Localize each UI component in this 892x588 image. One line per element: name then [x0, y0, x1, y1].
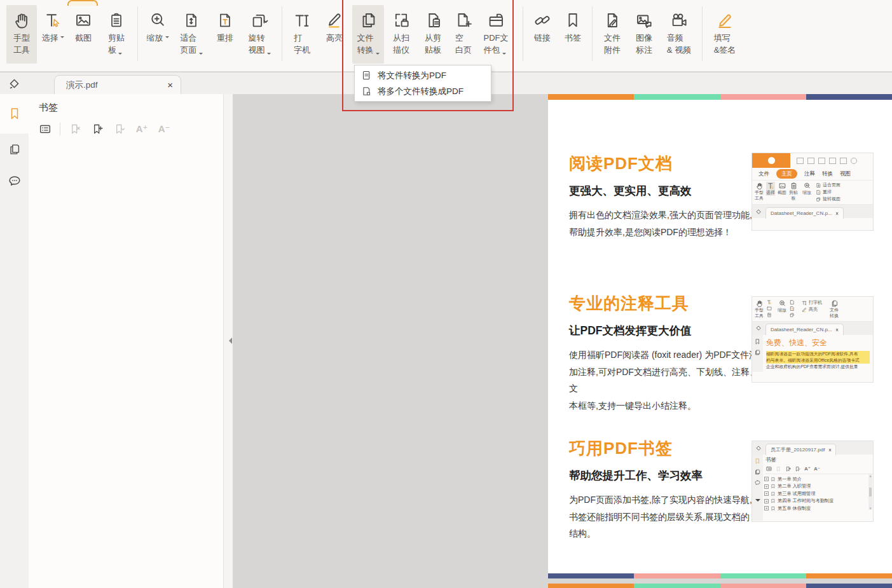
mini-scrollbar: ∧∨ [868, 474, 872, 510]
annotate-pencil-icon[interactable] [6, 76, 22, 91]
link-icon [533, 9, 552, 32]
blank-page-button[interactable]: 空 白页 [450, 5, 477, 64]
menu-item-convert-file[interactable]: 将文件转换为PDF [355, 67, 491, 83]
strip-comments-tab[interactable] [0, 165, 29, 197]
page-bottom-stripe [548, 573, 892, 578]
tool-label: 高亮 [326, 33, 343, 43]
mini-bookmark-item: +第三章 试用期管理 [764, 490, 873, 498]
link-button[interactable]: 链接 [528, 5, 556, 64]
mini-screenshot-bookmarks: 员工手册_20120917.pdfx 书签 A⁺ [751, 441, 874, 522]
mini-tab-row: Datasheet_Reader_CN.p...x [752, 204, 873, 218]
tool-label: 链接 [534, 33, 551, 43]
increase-text-size-button[interactable]: A⁺ [134, 121, 149, 137]
fit-page-button[interactable]: 适合 页面 [175, 5, 208, 64]
mini-tool: 文件 转换 [830, 299, 839, 319]
from-scanner-button[interactable]: 从扫 描仪 [387, 5, 416, 64]
tool-label: PDF文 件包 [484, 33, 509, 55]
pdf-portfolio-button[interactable]: PDF文 件包 [479, 5, 512, 64]
multi-doc-icon [361, 86, 372, 97]
highlight-button[interactable]: 高亮 [319, 5, 350, 64]
section-pdf-bookmarks: 巧用PDF书签 帮助您提升工作、学习效率 为PDF页面添加书签,除了实现内容的快… [569, 437, 760, 542]
tab-close-icon[interactable]: × [167, 80, 173, 90]
image-annotation-icon [635, 9, 654, 32]
tool-label: 书签 [565, 33, 581, 43]
snapshot-button[interactable]: 截图 [69, 5, 98, 64]
blank-page-icon [454, 9, 473, 32]
mini-content: 书签 A⁺ A⁻ +第一章 简介 +第二章 入职管理 +第三章 试用期管理 +第… [752, 455, 873, 521]
tool-label: 文件 转换 [357, 33, 374, 55]
mini-bookmark-item: +第五章 休假制度 [764, 505, 873, 512]
mini-highlighted-line: 福昕阅读器是一款功能强大的PDF阅读软件,具有 [766, 351, 870, 357]
section-read-pdf: 阅读PDF文档 更强大、更实用、更高效 拥有出色的文档渲染效果,强大的页面管理功… [569, 153, 760, 240]
clipboard-button[interactable]: 剪贴 板 [100, 5, 132, 64]
zoom-button[interactable]: 缩放 [143, 5, 172, 64]
dropdown-arrow [199, 53, 203, 57]
strip-bookmarks-tab[interactable] [0, 94, 29, 133]
section-heading: 阅读PDF文档 [569, 153, 760, 175]
document-view-area[interactable]: 阅读PDF文档 更强大、更实用、更高效 拥有出色的文档渲染效果,强大的页面管理功… [233, 94, 892, 588]
toolbar-separator [282, 6, 282, 61]
section-body: 使用福昕PDF阅读器 (foxit reader) 为PDF文件添 加注释,可对… [569, 346, 760, 414]
mini-tool: 截图 [778, 182, 786, 196]
typewriter-button[interactable]: 打 字机 [287, 5, 317, 64]
tool-label: 音频 & 视频 [667, 33, 691, 55]
rotate-view-button[interactable]: 旋转 视图 [242, 5, 277, 64]
snapshot-icon [74, 9, 93, 32]
add-bookmark-button[interactable] [90, 121, 105, 137]
bookmarks-panel-toolbar: A⁺ A⁻ [38, 121, 223, 137]
tool-label: 剪贴 板 [108, 33, 125, 55]
document-tab[interactable]: 演示.pdf × [54, 75, 181, 94]
panel-toolbar-separator [60, 123, 60, 135]
section-body: 为PDF页面添加书签,除了实现内容的快速导航, 书签还能指明不同书签的层级关系,… [569, 491, 760, 542]
pages-icon [8, 142, 22, 157]
file-attachment-button[interactable]: 文件 附件 [598, 5, 627, 64]
pdf-page-2-top [548, 584, 892, 588]
audio-video-button[interactable]: 音频 & 视频 [661, 5, 697, 64]
mini-tool: 手型 工具 [755, 299, 764, 319]
tool-label: 缩放 [147, 33, 163, 43]
panel-collapse-handle[interactable] [224, 94, 233, 588]
mini-content: 免费、快速、安全 福昕阅读器是一款功能强大的PDF阅读软件,具有 档与表单。福昕… [752, 335, 873, 373]
rotate-view-icon [250, 9, 269, 32]
bookmarks-panel-title: 书签 [39, 102, 223, 114]
pdf-portfolio-icon [486, 9, 505, 32]
hand-icon [12, 9, 31, 32]
dropdown-arrow [267, 53, 271, 57]
mini-nav-strip [752, 455, 763, 521]
mini-tab-row: 员工手册_20120917.pdfx [752, 441, 873, 455]
pdf-page-1: 阅读PDF文档 更强大、更实用、更高效 拥有出色的文档渲染效果,强大的页面管理功… [548, 94, 892, 578]
select-text-icon [43, 9, 62, 32]
from-clipboard-button[interactable]: 从剪 贴板 [418, 5, 448, 64]
mini-bookmark-item: +第二章 入职管理 [764, 483, 873, 491]
fit-page-icon [182, 9, 200, 32]
bookmark-list-options-button[interactable] [38, 121, 53, 137]
page-top-stripe [548, 94, 892, 100]
delete-bookmark-button[interactable] [67, 121, 83, 137]
mini-text-line: 企业和政府机构的PDF查看需求而设计,提供批量 [766, 364, 870, 370]
bookmark-button[interactable]: 书签 [559, 5, 587, 64]
section-subheading: 帮助您提升工作、学习效率 [569, 468, 760, 483]
from-clipboard-icon [423, 9, 443, 32]
dropdown-arrow [118, 53, 122, 57]
section-heading: 巧用PDF书签 [569, 437, 760, 460]
file-convert-button[interactable]: 文件 转换 [352, 5, 384, 64]
expand-bookmark-button[interactable] [112, 121, 127, 137]
menu-item-label: 将多个文件转换成PDF [378, 86, 463, 97]
tool-label: 图像 标注 [636, 33, 652, 55]
dropdown-arrow [165, 36, 169, 40]
zoom-icon [148, 9, 167, 32]
toolbar-separator [523, 6, 523, 61]
hand-tool-button[interactable]: 手型 工具 [6, 5, 37, 64]
fill-sign-button[interactable]: 填写 &签名 [708, 5, 742, 64]
mini-toolbar: 手型 工具 选择 截图 剪贴 板 缩放 适合页面 重排 旋转视图 [752, 180, 873, 204]
tool-label: 空 白页 [455, 33, 472, 55]
decrease-text-size-button[interactable]: A⁻ [156, 121, 172, 137]
image-annotation-button[interactable]: 图像 标注 [629, 5, 659, 64]
strip-pages-tab[interactable] [0, 133, 29, 165]
mini-toolbar: 手型 工具 缩放 打字机 高亮 [752, 297, 873, 321]
mini-menu-row: 文件 主页 注释 转换 视图 [752, 168, 873, 180]
select-tool-button[interactable]: 选择 [39, 5, 66, 64]
menu-item-convert-multiple[interactable]: 将多个文件转换成PDF [355, 83, 491, 99]
mini-panel-title: 书签 [765, 456, 873, 464]
reflow-button[interactable]: 重排 [210, 5, 240, 64]
